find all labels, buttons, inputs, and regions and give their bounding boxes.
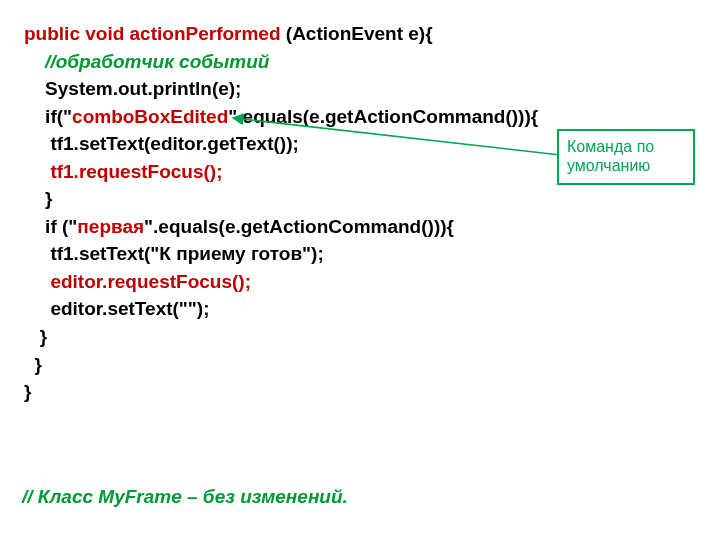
line-if1-c: ".equals(e.getActionCommand())){ [228,106,538,127]
line-brace2: } [24,326,47,347]
line-brace3: } [24,354,42,375]
code-block: public void actionPerformed (ActionEvent… [24,20,538,406]
line-requestfocus1: tf1.requestFocus(); [24,161,222,182]
line-println: System.out.println(e); [24,78,241,99]
string-comboBoxEdited: comboBoxEdited [72,106,228,127]
footer-comment: // Класс MyFrame – без изменений. [22,486,348,508]
callout-box: Команда по умолчанию [557,129,695,185]
callout-text: Команда по умолчанию [567,138,654,174]
line-if2-a: if (" [24,216,77,237]
line-settext2: tf1.setText("К приему готов"); [24,243,324,264]
line-brace4: } [24,381,31,402]
line-if2-c: ".equals(e.getActionCommand())){ [144,216,454,237]
line-brace1: } [24,188,53,209]
method-signature-keywords: public void actionPerformed [24,23,281,44]
line-settext3: editor.setText(""); [24,298,210,319]
comment-handler: //обработчик событий [24,51,269,72]
line-settext1: tf1.setText(editor.getText()); [24,133,299,154]
string-pervaya: первая [77,216,144,237]
method-signature-params: (ActionEvent e){ [281,23,433,44]
line-if1-a: if(" [24,106,72,127]
line-requestfocus2: editor.requestFocus(); [24,271,251,292]
